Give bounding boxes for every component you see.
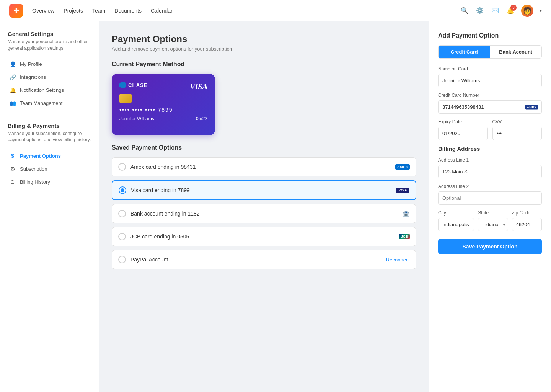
payment-item-amex[interactable]: Amex card ending in 98431 AMEX [112, 157, 416, 176]
cvv-input[interactable] [492, 127, 542, 140]
tab-credit-card[interactable]: Credit Card [439, 46, 490, 58]
logo[interactable]: ✚ [9, 4, 23, 18]
notifications-icon[interactable]: 🔔 3 [506, 6, 515, 15]
address1-group: Address Line 1 [438, 157, 542, 178]
card-expiry: 05/22 [196, 116, 207, 121]
nav-team[interactable]: Team [92, 6, 105, 15]
radio-visa[interactable] [119, 186, 126, 194]
sidebar-label-subscription: Subscription [20, 166, 47, 172]
address2-input[interactable] [438, 191, 542, 205]
city-group: City [438, 210, 474, 231]
paypal-label: PayPal Account [130, 256, 381, 263]
zip-input[interactable] [512, 218, 542, 231]
cvv-label: CVV [492, 119, 542, 124]
sidebar-label-notifications: Notification Settings [20, 87, 64, 93]
card-number-label: Credit Card Number [438, 93, 542, 98]
tab-bank-account[interactable]: Bank Account [490, 46, 542, 58]
saved-options-heading: Saved Payment Options [112, 144, 416, 151]
main-content: Payment Options Add and remove payment o… [99, 21, 429, 392]
zip-label: Zip Code [512, 210, 542, 216]
search-icon[interactable]: 🔍 [460, 6, 469, 15]
sidebar-label-integrations: Integrations [20, 74, 46, 80]
amex-badge: AMEX [395, 164, 410, 170]
sidebar-item-integrations[interactable]: 🔗 Integrations [8, 71, 91, 84]
sidebar: General Settings Manage your personal pr… [0, 21, 99, 392]
city-state-zip-row: City State AlabamaAlaskaArizonaArkansasC… [438, 210, 542, 237]
jcb-badge: JCB [399, 234, 410, 239]
avatar[interactable]: 🧑 [521, 5, 533, 17]
chase-logo-icon [119, 82, 126, 88]
reconnect-link[interactable]: Reconnect [386, 257, 410, 263]
header-actions: 🔍 ⚙️ ✉️ 🔔 3 🧑 ▾ [460, 5, 542, 17]
sidebar-item-team[interactable]: 👥 Team Management [8, 97, 91, 110]
billing-section-desc: Manage your subscription, configure paym… [8, 131, 91, 144]
settings-icon[interactable]: ⚙️ [475, 6, 484, 15]
city-input[interactable] [438, 218, 474, 231]
right-panel: Add Payment Option Credit Card Bank Acco… [429, 21, 551, 392]
jcb-label: JCB card ending in 0505 [130, 234, 395, 240]
payment-item-visa[interactable]: Visa card ending in 7899 VISA [112, 180, 416, 200]
sidebar-divider [8, 116, 91, 116]
header: ✚ Overview Projects Team Documents Calen… [0, 0, 551, 21]
mail-icon[interactable]: ✉️ [491, 6, 500, 15]
page-title: Payment Options [112, 34, 416, 44]
address1-label: Address Line 1 [438, 157, 542, 163]
card-footer: Jennifer Williams 05/22 [119, 116, 207, 121]
chevron-down-icon[interactable]: ▾ [540, 8, 542, 13]
expiry-label: Expiry Date [438, 119, 488, 124]
expiry-group: Expiry Date [438, 119, 488, 140]
sidebar-label-team: Team Management [20, 100, 62, 106]
expiry-input[interactable] [438, 127, 488, 140]
panel-title: Add Payment Option [438, 32, 542, 39]
current-method-heading: Current Payment Method [112, 61, 416, 68]
nav-overview[interactable]: Overview [32, 6, 54, 15]
radio-jcb[interactable] [118, 233, 126, 240]
credit-card-display: CHASE VISA •••• •••• •••• 7899 Jennifer … [112, 74, 215, 135]
expiry-cvv-row: Expiry Date CVV [438, 119, 542, 145]
profile-icon: 👤 [9, 61, 16, 68]
radio-bank[interactable] [118, 210, 126, 217]
payment-list: Amex card ending in 98431 AMEX Visa card… [112, 157, 416, 269]
radio-paypal[interactable] [118, 256, 126, 263]
save-payment-button[interactable]: Save Payment Option [438, 239, 542, 254]
zip-group: Zip Code [512, 210, 542, 231]
payment-item-jcb[interactable]: JCB card ending in 0505 JCB [112, 227, 416, 246]
billing-history-icon: 🗒 [9, 178, 16, 185]
state-select[interactable]: AlabamaAlaskaArizonaArkansasCaliforniaCo… [478, 218, 508, 231]
dollar-icon: $ [9, 152, 16, 159]
general-settings-section: General Settings Manage your personal pr… [8, 31, 91, 110]
team-icon: 👥 [9, 100, 16, 107]
billing-section-title: Billing & Payments [8, 122, 91, 129]
state-label: State [478, 210, 508, 216]
nav-documents[interactable]: Documents [114, 6, 142, 15]
payment-item-bank[interactable]: Bank account ending in 1182 🏦 [112, 204, 416, 223]
state-group: State AlabamaAlaskaArizonaArkansasCalifo… [478, 210, 508, 231]
sidebar-item-subscription[interactable]: ⚙ Subscription [8, 162, 91, 175]
name-on-card-input[interactable] [438, 74, 542, 87]
sidebar-item-my-profile[interactable]: 👤 My Profile [8, 58, 91, 71]
sidebar-item-billing-history[interactable]: 🗒 Billing History [8, 175, 91, 188]
sidebar-item-payment-options[interactable]: $ Payment Options [8, 149, 91, 162]
radio-amex[interactable] [118, 163, 126, 171]
sidebar-item-notifications[interactable]: 🔔 Notification Settings [8, 84, 91, 97]
visa-logo: VISA [190, 82, 207, 91]
visa-label: Visa card ending in 7899 [131, 187, 391, 193]
page-subtitle: Add and remove payment options for your … [112, 46, 416, 52]
general-settings-desc: Manage your personal profile and other g… [8, 39, 91, 52]
address1-input[interactable] [438, 165, 542, 178]
notification-badge: 3 [510, 5, 517, 11]
nav-calendar[interactable]: Calendar [151, 6, 173, 15]
main-nav: Overview Projects Team Documents Calenda… [32, 6, 460, 15]
integrations-icon: 🔗 [9, 74, 16, 81]
nav-projects[interactable]: Projects [64, 6, 83, 15]
card-number-group: Credit Card Number AMEX [438, 93, 542, 114]
city-label: City [438, 210, 474, 216]
general-settings-title: General Settings [8, 31, 91, 37]
visa-card-badge: VISA [396, 188, 409, 193]
card-number: •••• •••• •••• 7899 [119, 107, 207, 113]
payment-type-tabs: Credit Card Bank Account [438, 45, 542, 59]
payment-item-paypal[interactable]: PayPal Account Reconnect [112, 250, 416, 269]
subscription-icon: ⚙ [9, 165, 16, 172]
sidebar-label-profile: My Profile [20, 61, 42, 67]
card-chip [119, 94, 132, 103]
